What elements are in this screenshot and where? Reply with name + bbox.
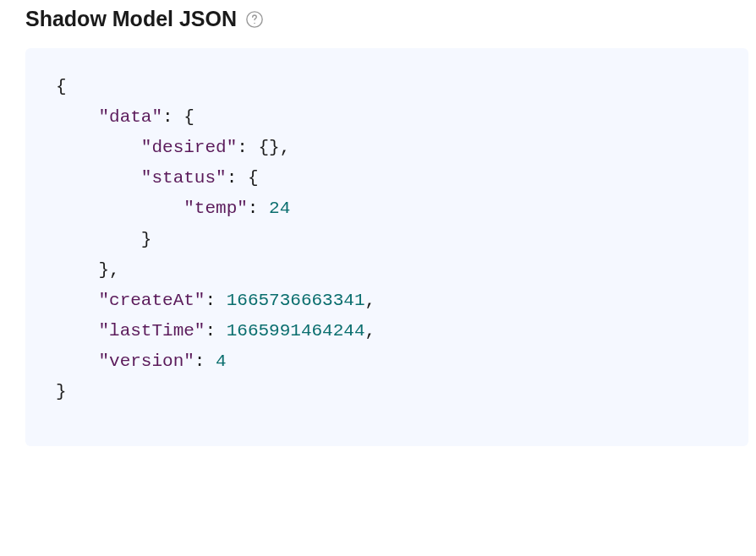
code-punct: ,	[365, 321, 376, 341]
code-indent	[56, 260, 98, 280]
code-value: 4	[216, 352, 227, 371]
code-brace: }	[98, 260, 109, 280]
code-indent	[56, 107, 98, 127]
json-code-block: { "data": { "desired": {}, "status": { "…	[25, 48, 748, 446]
code-punct: ,	[280, 138, 291, 157]
code-brace: }	[141, 230, 152, 249]
code-key: "temp"	[184, 199, 248, 218]
code-key: "data"	[98, 107, 162, 127]
code-key: "status"	[141, 168, 227, 188]
svg-point-1	[254, 22, 255, 23]
code-punct: :	[162, 107, 184, 127]
code-key: "createAt"	[98, 291, 205, 310]
section-header: Shadow Model JSON	[25, 7, 756, 31]
code-punct: ,	[365, 291, 376, 310]
code-punct: :	[227, 168, 248, 188]
code-indent	[56, 168, 141, 188]
code-indent	[56, 138, 141, 157]
code-brace: {	[184, 107, 194, 127]
code-value: 24	[269, 199, 290, 218]
code-punct: ,	[109, 260, 120, 280]
code-indent	[56, 230, 141, 249]
code-indent	[56, 321, 98, 341]
section-title: Shadow Model JSON	[25, 7, 237, 31]
help-icon[interactable]	[245, 10, 264, 29]
code-brace: }	[56, 382, 67, 401]
code-indent	[56, 352, 98, 371]
code-key: "version"	[98, 352, 194, 371]
code-punct: :	[205, 291, 226, 310]
code-indent	[56, 291, 98, 310]
code-punct: :	[237, 138, 258, 157]
code-value: {}	[258, 138, 279, 157]
code-punct: :	[248, 199, 269, 218]
code-value: 1665736663341	[227, 291, 365, 310]
code-value: 1665991464244	[227, 321, 365, 341]
code-key: "desired"	[141, 138, 237, 157]
code-brace: {	[56, 77, 67, 96]
code-indent	[56, 199, 184, 218]
code-brace: {	[248, 168, 259, 188]
code-punct: :	[194, 352, 216, 371]
code-key: "lastTime"	[98, 321, 205, 341]
code-punct: :	[205, 321, 226, 341]
